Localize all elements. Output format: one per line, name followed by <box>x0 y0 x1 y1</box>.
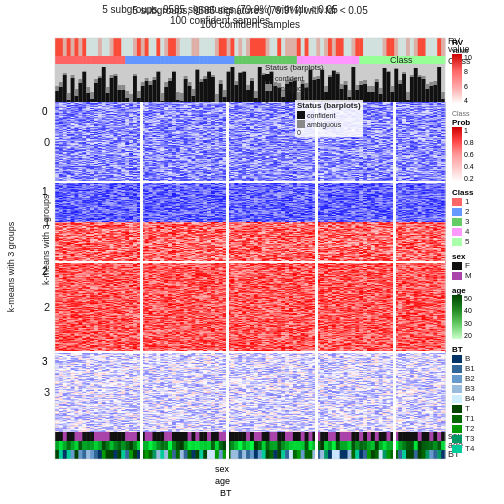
prob-title: Prob <box>452 118 504 127</box>
prob-val-04: 0.4 <box>464 163 474 170</box>
rv-val-8: 8 <box>464 68 472 75</box>
bt-b3-item: B3 <box>452 384 504 393</box>
class-5-label: 5 <box>465 237 469 246</box>
age-scale: 50 40 30 20 <box>464 295 472 339</box>
bt-b4-item: B4 <box>452 394 504 403</box>
bt-t3-item: T3 <box>452 434 504 443</box>
bt-b3-color <box>452 385 462 393</box>
class-3-color <box>452 218 462 226</box>
status-legend-title: Status (barplots) <box>297 101 361 110</box>
y-label-0: 0 <box>42 106 48 117</box>
class-text-label: Class <box>390 55 413 65</box>
sex-legend: sex F M <box>452 252 504 280</box>
bt-b4-label: B4 <box>465 394 475 403</box>
sex-f-color <box>452 262 462 270</box>
bt-b1-label: B1 <box>465 364 475 373</box>
age-gradient <box>452 295 462 339</box>
class-2-label: 2 <box>465 207 469 216</box>
bt-b2-color <box>452 375 462 383</box>
prob-legend: Prob 1 0.8 0.6 0.4 0.2 <box>452 118 504 182</box>
bt-t2-item: T2 <box>452 424 504 433</box>
bt-t2-color <box>452 425 462 433</box>
bt-b-item: B <box>452 354 504 363</box>
sex-m-color <box>452 272 462 280</box>
ambiguous-color <box>297 120 305 128</box>
bt-t1-item: T1 <box>452 414 504 423</box>
x-label-age: age <box>215 476 230 486</box>
main-container: 5 subgroups, 9585 signatures (79.9%) wit… <box>0 0 504 504</box>
prob-val-06: 0.6 <box>464 151 474 158</box>
status-legend-area: Status (barplots) confident ambiguous 0 <box>295 100 363 137</box>
age-val-20: 20 <box>464 332 472 339</box>
bt-t3-color <box>452 435 462 443</box>
class-1-item: 1 <box>452 197 504 206</box>
rv-val-4: 4 <box>464 97 472 104</box>
bt-b3-label: B3 <box>465 384 475 393</box>
heatmap-canvas <box>0 0 504 504</box>
class-label-small: Class <box>452 110 504 117</box>
bt-t3-label: T3 <box>465 434 474 443</box>
bt-legend: BT B B1 B2 B3 B4 T <box>452 345 504 453</box>
prob-gradient <box>452 127 462 182</box>
prob-val-08: 0.8 <box>464 139 474 146</box>
y-label-3: 3 <box>42 356 48 367</box>
class-1-label: 1 <box>465 197 469 206</box>
bt-b4-color <box>452 395 462 403</box>
sex-m-label: M <box>465 271 472 280</box>
class-legend-title: Class <box>452 188 504 197</box>
class-2-color <box>452 208 462 216</box>
sex-f-item: F <box>452 261 504 270</box>
bt-t-color <box>452 405 462 413</box>
age-val-30: 30 <box>464 320 472 327</box>
bt-t4-color <box>452 445 462 453</box>
rv-val-10: 10 <box>464 54 472 61</box>
class-2-item: 2 <box>452 207 504 216</box>
class-legend: Class 1 2 3 4 5 <box>452 188 504 246</box>
rv-value-label: value <box>452 47 504 54</box>
bt-b2-item: B2 <box>452 374 504 383</box>
bt-t-item: T <box>452 404 504 413</box>
bt-b2-label: B2 <box>465 374 475 383</box>
sex-legend-title: sex <box>452 252 504 261</box>
bt-t-label: T <box>465 404 470 413</box>
rv-gradient <box>452 54 462 104</box>
sex-f-label: F <box>465 261 470 270</box>
ambiguous-label: ambiguous <box>307 121 341 128</box>
bt-legend-title: BT <box>452 345 504 354</box>
bt-t4-item: T4 <box>452 444 504 453</box>
prob-val-02: 0.2 <box>464 175 474 182</box>
confident-label: confident <box>307 112 335 119</box>
bt-b-label: B <box>465 354 470 363</box>
rv-title: RV <box>452 38 504 47</box>
y-label-2: 2 <box>42 266 48 277</box>
class-5-color <box>452 238 462 246</box>
x-label-bt: BT <box>220 488 232 498</box>
prob-scale: 1 0.8 0.6 0.4 0.2 <box>464 127 474 182</box>
ambiguous-item: ambiguous <box>297 120 361 128</box>
x-label-sex: sex <box>215 464 229 474</box>
class-4-item: 4 <box>452 227 504 236</box>
bt-b1-color <box>452 365 462 373</box>
bt-b-color <box>452 355 462 363</box>
bt-b1-item: B1 <box>452 364 504 373</box>
age-val-40: 40 <box>464 307 472 314</box>
legend-panel: RV value 10 8 6 4 Class Prob 1 0.8 <box>452 38 504 459</box>
class-4-label: 4 <box>465 227 469 236</box>
status-value-label: 0 <box>297 129 361 136</box>
rv-scale: 10 8 6 4 <box>464 54 472 104</box>
class-1-color <box>452 198 462 206</box>
class-3-item: 3 <box>452 217 504 226</box>
age-val-50: 50 <box>464 295 472 302</box>
bt-t2-label: T2 <box>465 424 474 433</box>
class-3-label: 3 <box>465 217 469 226</box>
sex-m-item: M <box>452 271 504 280</box>
age-legend: age 50 40 30 20 <box>452 286 504 339</box>
class-4-color <box>452 228 462 236</box>
rv-val-6: 6 <box>464 83 472 90</box>
confident-color <box>297 111 305 119</box>
bt-t1-color <box>452 415 462 423</box>
y-label-1: 1 <box>42 186 48 197</box>
class-5-item: 5 <box>452 237 504 246</box>
age-legend-title: age <box>452 286 504 295</box>
confident-item: confident <box>297 111 361 119</box>
